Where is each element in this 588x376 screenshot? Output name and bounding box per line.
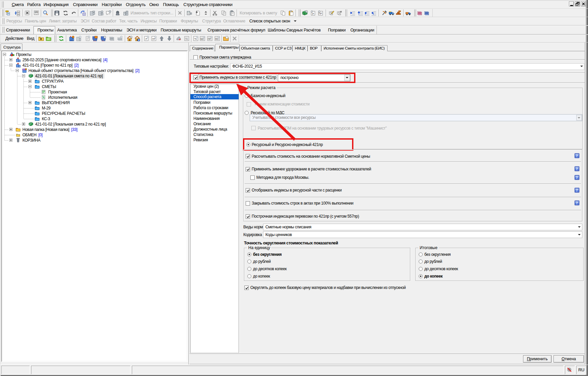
- svg-text:%: %: [194, 37, 197, 41]
- svg-text:ПР: ПР: [208, 38, 211, 40]
- svg-text:P: P: [146, 37, 147, 41]
- svg-text:PDF: PDF: [35, 11, 38, 13]
- svg-text:?: ?: [576, 176, 578, 179]
- svg-text:?: ?: [576, 154, 578, 158]
- svg-text:ПР: ПР: [152, 38, 156, 40]
- svg-text:%: %: [185, 37, 188, 41]
- svg-text:?: ?: [576, 167, 578, 171]
- svg-text:?: ?: [576, 201, 578, 205]
- svg-text:P: P: [312, 12, 314, 15]
- svg-text:%: %: [179, 39, 181, 41]
- svg-text:М2: М2: [200, 38, 204, 40]
- svg-text:ФЗ: ФЗ: [215, 38, 219, 40]
- svg-text:ПР: ПР: [319, 12, 322, 15]
- svg-text:?: ?: [576, 189, 578, 192]
